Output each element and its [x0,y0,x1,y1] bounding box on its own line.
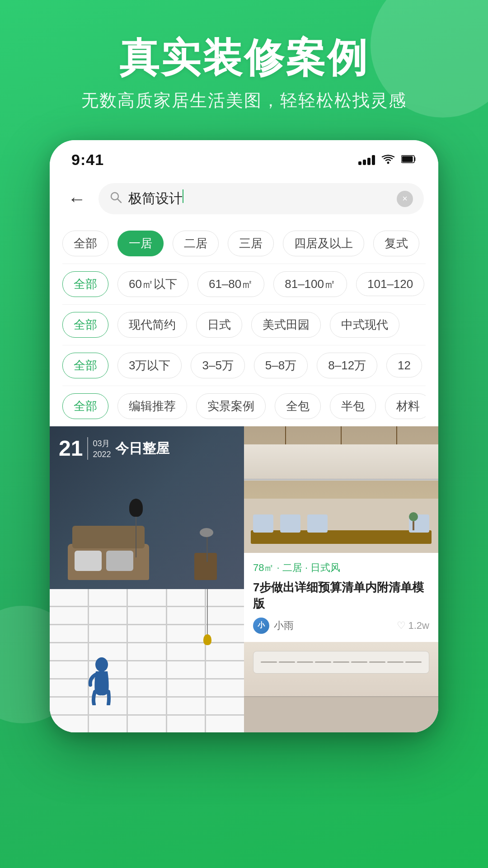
battery-icon [401,155,417,165]
pendant-line-tiles [207,589,208,634]
sub-title: 无数高质家居生活美图，轻轻松松找灵感 [0,89,488,112]
tile-grid [50,589,244,732]
today-badge: 21 03月 2022 今日整屋 [59,437,169,460]
today-divider [87,437,88,460]
filter-chip-5-8w[interactable]: 5–8万 [254,353,308,378]
plant [407,512,420,530]
filter-chip-japanese[interactable]: 日式 [196,312,242,338]
today-date: 21 [59,438,83,459]
pendant-bulb-tiles [203,634,211,645]
today-label: 今日整屋 [115,439,169,458]
filter-chip-4room[interactable]: 四居及以上 [283,231,364,256]
card-likes: ♡ 1.2w [397,620,429,632]
floor [244,696,438,732]
filter-chip-all-type[interactable]: 全部 [62,393,108,419]
filter-chip-fullpack[interactable]: 全包 [275,393,321,419]
card-tags: 78㎡ · 二居 · 日式风 [253,561,429,575]
search-bar-row: ← 极简设计 × [50,176,438,223]
dining-table [251,530,432,544]
filter-chip-2room[interactable]: 二居 [173,231,219,256]
top-section: 真实装修案例 无数高质家居生活美图，轻轻松松找灵感 [0,0,488,139]
filter-row-style: 全部 现代简约 日式 美式田园 中式现代 [62,305,426,345]
card-today[interactable]: 21 03月 2022 今日整屋 [50,426,244,589]
filter-chip-3w[interactable]: 3万以下 [117,353,182,378]
right-column: 78㎡ · 二居 · 日式风 7步做出详细预算清单内附清单模版 小 小雨 ♡ 1… [244,426,438,732]
card-footer: 小 小雨 ♡ 1.2w [253,618,429,634]
svg-point-5 [95,657,108,672]
beige-scene [244,642,438,732]
filter-row-type: 全部 编辑推荐 实景案例 全包 半包 材料 [62,386,426,426]
status-bar: 9:41 [50,140,438,176]
filter-chip-3room[interactable]: 三居 [228,231,274,256]
baseboard [244,696,438,697]
main-title: 真实装修案例 [0,36,488,80]
card-title: 7步做出详细预算清单内附清单模版 [253,579,429,612]
filter-chip-1room[interactable]: 一居 [117,231,164,256]
author-avatar: 小 [253,618,269,634]
search-text: 极简设计 [128,189,390,208]
content-grid: 21 03月 2022 今日整屋 [50,426,438,732]
today-month: 03月 [93,438,111,449]
side-table [194,553,217,580]
lamp-shade [129,499,143,517]
cushion-1 [75,551,102,571]
filter-chip-chinese[interactable]: 中式现代 [330,312,399,338]
upper-cabinet [244,444,438,481]
search-icon [109,191,122,207]
phone-mockup: 9:41 [50,140,438,732]
filter-chip-editorial[interactable]: 编辑推荐 [117,393,187,419]
left-column: 21 03月 2022 今日整屋 [50,426,244,732]
filter-chip-halfpack[interactable]: 半包 [330,393,376,419]
svg-rect-2 [402,156,413,162]
tiles-scene [50,589,244,732]
kitchen-scene [244,426,438,553]
filter-chip-all-area[interactable]: 全部 [62,271,108,297]
likes-count: 1.2w [408,620,429,632]
status-time: 9:41 [71,151,104,169]
sofa-back [72,526,145,548]
filter-chip-3-5w[interactable]: 3–5万 [191,353,244,378]
filter-chip-all-budget[interactable]: 全部 [62,353,108,378]
author-name: 小雨 [274,619,294,632]
cushion-2 [106,551,133,571]
filter-chip-8-12w[interactable]: 8–12万 [317,353,377,378]
card-beige[interactable] [244,642,438,732]
today-meta: 03月 2022 [93,438,111,459]
card-kitchen-info: 78㎡ · 二居 · 日式风 7步做出详细预算清单内附清单模版 小 小雨 ♡ 1… [244,553,438,642]
status-icons [358,154,417,166]
search-input-wrap[interactable]: 极简设计 × [99,183,424,214]
filter-chip-american[interactable]: 美式田园 [251,312,321,338]
filter-chip-duplex[interactable]: 复式 [373,231,419,256]
filter-chip-12w[interactable]: 12 [386,354,422,377]
blue-figure [86,656,117,705]
filter-chip-60[interactable]: 60㎡以下 [117,271,188,297]
filter-chip-modern[interactable]: 现代简约 [117,312,187,338]
card-author: 小 小雨 [253,618,294,634]
signal-icon [358,155,375,165]
clear-button[interactable]: × [397,191,413,207]
filter-chip-all-style[interactable]: 全部 [62,312,108,338]
filter-chip-material[interactable]: 材料 [385,393,426,419]
filter-row-room-type: 全部 一居 二居 三居 四居及以上 复式 [62,223,426,264]
svg-point-0 [387,161,389,164]
furniture-scene [50,490,244,589]
filter-chip-real[interactable]: 实景案例 [196,393,266,419]
heart-icon: ♡ [397,620,406,632]
wifi-icon [381,154,395,166]
filter-row-area: 全部 60㎡以下 61–80㎡ 81–100㎡ 101–120 [62,264,426,305]
filter-chip-all-room[interactable]: 全部 [62,231,108,256]
filter-chip-81-100[interactable]: 81–100㎡ [273,271,347,297]
svg-line-4 [117,199,121,203]
chair-3 [307,514,328,533]
filter-section: 全部 一居 二居 三居 四居及以上 复式 全部 60㎡以下 61–80㎡ 81–… [50,223,438,426]
back-button[interactable]: ← [64,190,89,208]
plant-leaves [200,528,213,537]
filter-chip-101-120[interactable]: 101–120 [356,272,424,296]
card-tiles[interactable] [50,589,244,732]
chair-1 [253,514,273,533]
filter-row-budget: 全部 3万以下 3–5万 5–8万 8–12万 12 [62,345,426,386]
filter-chip-61-80[interactable]: 61–80㎡ [197,271,264,297]
today-card-bg: 21 03月 2022 今日整屋 [50,426,244,589]
ac-unit [253,651,429,674]
card-kitchen[interactable] [244,426,438,553]
